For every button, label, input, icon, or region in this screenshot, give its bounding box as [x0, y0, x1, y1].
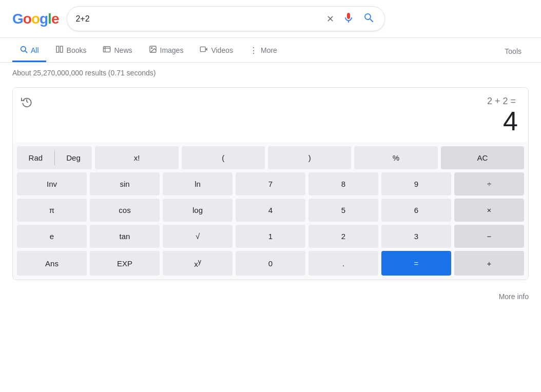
add-button[interactable]: +: [454, 251, 524, 276]
divide-button[interactable]: ÷: [454, 172, 524, 195]
search-submit-button[interactable]: [362, 11, 376, 27]
six-button[interactable]: 6: [381, 199, 451, 222]
calc-expression: 2 + 2 =: [23, 96, 518, 107]
all-icon: [20, 45, 28, 55]
seven-button[interactable]: 7: [236, 172, 305, 195]
svg-rect-9: [201, 47, 206, 51]
rad-deg-toggle[interactable]: Rad Deg: [17, 146, 92, 169]
nav-tabs: All Books News Images Videos ⋮ More Tool…: [0, 38, 541, 63]
search-bar: ✕: [67, 6, 385, 31]
power-button[interactable]: xy: [163, 251, 233, 276]
calc-result: 4: [23, 107, 518, 136]
ans-button[interactable]: Ans: [17, 251, 87, 276]
svg-line-1: [25, 51, 27, 53]
more-info-label: More info: [499, 292, 529, 301]
eight-button[interactable]: 8: [308, 172, 378, 195]
images-icon: [149, 45, 157, 55]
exp-button[interactable]: EXP: [90, 251, 160, 276]
subtract-button[interactable]: −: [454, 225, 524, 248]
decimal-button[interactable]: .: [308, 251, 378, 276]
pi-button[interactable]: π: [17, 199, 87, 222]
cos-button[interactable]: cos: [90, 199, 160, 222]
ac-button[interactable]: AC: [441, 146, 524, 169]
tab-videos-label: Videos: [211, 46, 233, 54]
tab-videos[interactable]: Videos: [192, 40, 240, 62]
tan-button[interactable]: tan: [90, 225, 160, 248]
google-logo[interactable]: Google: [12, 11, 59, 27]
tools-label: Tools: [505, 47, 521, 55]
clear-button[interactable]: ✕: [325, 12, 335, 26]
ln-button[interactable]: ln: [163, 172, 233, 195]
tab-books[interactable]: Books: [48, 40, 94, 62]
svg-point-8: [151, 48, 152, 49]
results-info: About 25,270,000,000 results (0.71 secon…: [0, 63, 541, 83]
sqrt-button[interactable]: √: [163, 225, 233, 248]
calc-row-1: Rad Deg x! ( ) % AC: [17, 146, 524, 169]
factorial-button[interactable]: x!: [95, 146, 178, 169]
tools-tab[interactable]: Tools: [497, 42, 529, 61]
tab-all[interactable]: All: [12, 40, 46, 62]
videos-icon: [200, 45, 208, 55]
books-icon: [55, 45, 64, 55]
svg-line-12: [27, 102, 28, 103]
tab-all-label: All: [31, 46, 39, 54]
three-button[interactable]: 3: [381, 225, 451, 248]
more-icon: ⋮: [249, 46, 258, 55]
calculator-buttons: Rad Deg x! ( ) % AC Inv sin ln 7 8 9 ÷ π…: [13, 142, 528, 280]
five-button[interactable]: 5: [308, 199, 378, 222]
zero-button[interactable]: 0: [236, 251, 305, 276]
equals-button[interactable]: =: [381, 251, 451, 276]
rad-button[interactable]: Rad: [17, 146, 54, 169]
four-button[interactable]: 4: [236, 199, 305, 222]
percent-button[interactable]: %: [354, 146, 437, 169]
calc-row-5: Ans EXP xy 0 . = +: [17, 251, 524, 276]
svg-rect-2: [56, 46, 59, 52]
search-bar-icons: ✕: [325, 11, 376, 27]
open-paren-button[interactable]: (: [182, 146, 265, 169]
calculator: 2 + 2 = 4 Rad Deg x! ( ) % AC Inv sin ln…: [12, 87, 529, 280]
tab-images-label: Images: [160, 46, 184, 54]
tab-news[interactable]: News: [95, 40, 139, 62]
microphone-icon: [342, 12, 355, 24]
calculator-display: 2 + 2 = 4: [13, 88, 528, 142]
results-summary: About 25,270,000,000 results (0.71 secon…: [12, 69, 156, 77]
multiply-button[interactable]: ×: [454, 199, 524, 222]
tab-more[interactable]: ⋮ More: [242, 41, 284, 62]
tab-images[interactable]: Images: [142, 40, 191, 62]
two-button[interactable]: 2: [308, 225, 378, 248]
header: Google ✕: [0, 0, 541, 38]
calc-row-4: e tan √ 1 2 3 −: [17, 225, 524, 248]
inv-button[interactable]: Inv: [17, 172, 87, 195]
search-icon: [363, 12, 375, 24]
log-button[interactable]: log: [163, 199, 233, 222]
tab-news-label: News: [114, 46, 132, 54]
calc-row-3: π cos log 4 5 6 ×: [17, 199, 524, 222]
svg-rect-4: [104, 47, 110, 52]
nine-button[interactable]: 9: [381, 172, 451, 195]
calc-row-2: Inv sin ln 7 8 9 ÷: [17, 172, 524, 195]
voice-search-button[interactable]: [341, 11, 356, 27]
tab-books-label: Books: [67, 46, 87, 54]
news-icon: [103, 45, 111, 55]
close-paren-button[interactable]: ): [268, 146, 351, 169]
history-icon[interactable]: [21, 96, 32, 110]
more-info[interactable]: More info: [0, 288, 541, 307]
svg-rect-3: [60, 46, 63, 52]
euler-button[interactable]: e: [17, 225, 87, 248]
deg-button[interactable]: Deg: [55, 146, 92, 169]
sin-button[interactable]: sin: [90, 172, 160, 195]
tab-more-label: More: [261, 46, 277, 54]
one-button[interactable]: 1: [236, 225, 305, 248]
search-input[interactable]: [75, 14, 321, 24]
